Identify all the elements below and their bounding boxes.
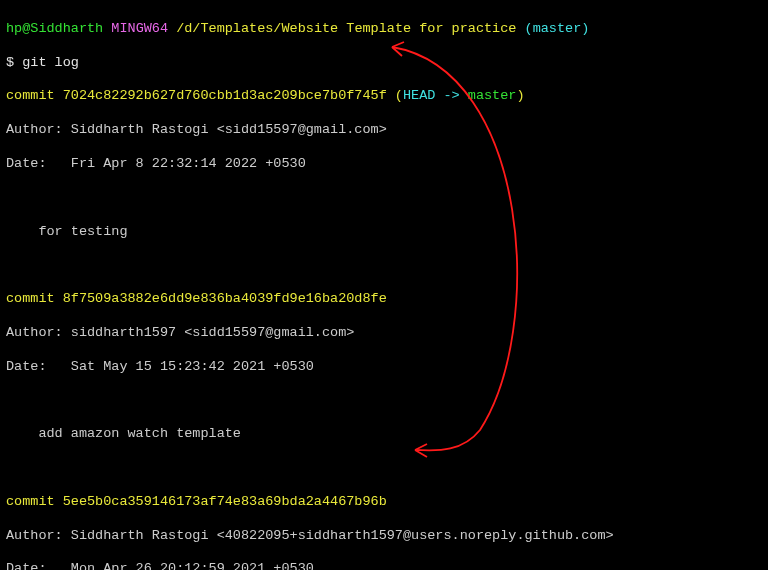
blank-line xyxy=(6,460,762,477)
commit-author: Author: siddharth1597 <sidd15597@gmail.c… xyxy=(6,325,762,342)
commit-date: Date: Fri Apr 8 22:32:14 2022 +0530 xyxy=(6,156,762,173)
terminal-viewport[interactable]: hp@Siddharth MINGW64 /d/Templates/Websit… xyxy=(0,0,768,570)
commit-line: commit 7024c82292b627d760cbb1d3ac209bce7… xyxy=(6,88,762,105)
refs-open: ( xyxy=(387,88,403,103)
commit-line: commit 8f7509a3882e6dd9e836ba4039fd9e16b… xyxy=(6,291,762,308)
commit-message: add amazon watch template xyxy=(6,426,762,443)
commit-message: for testing xyxy=(6,224,762,241)
commit-date: Date: Mon Apr 26 20:12:59 2021 +0530 xyxy=(6,561,762,570)
commit-hash: commit 7024c82292b627d760cbb1d3ac209bce7… xyxy=(6,88,387,103)
blank-line xyxy=(6,392,762,409)
prompt-user-host: hp@Siddharth xyxy=(6,21,103,36)
prompt-line: hp@Siddharth MINGW64 /d/Templates/Websit… xyxy=(6,21,762,38)
commit-author: Author: Siddharth Rastogi <sidd15597@gma… xyxy=(6,122,762,139)
refs-head: HEAD -> xyxy=(403,88,468,103)
prompt-branch: (master) xyxy=(525,21,590,36)
git-log-command: $ git log xyxy=(6,55,762,72)
blank-line xyxy=(6,190,762,207)
blank-line xyxy=(6,257,762,274)
prompt-path: /d/Templates/Website Template for practi… xyxy=(176,21,516,36)
prompt-env: MINGW64 xyxy=(111,21,168,36)
commit-line: commit 5ee5b0ca359146173af74e83a69bda2a4… xyxy=(6,494,762,511)
commit-date: Date: Sat May 15 15:23:42 2021 +0530 xyxy=(6,359,762,376)
refs-close: ) xyxy=(516,88,524,103)
commit-author: Author: Siddharth Rastogi <40822095+sidd… xyxy=(6,528,762,545)
refs-branch: master xyxy=(468,88,517,103)
